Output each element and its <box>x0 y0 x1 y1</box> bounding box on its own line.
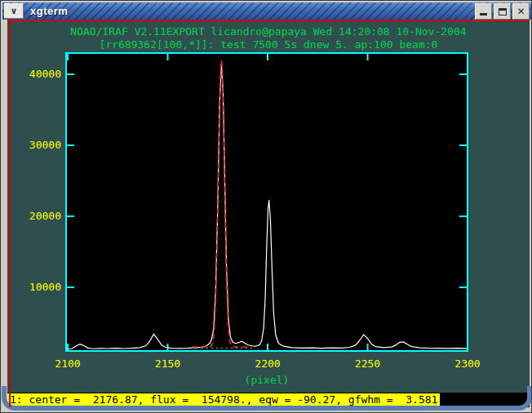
maximize-button[interactable] <box>494 3 511 20</box>
title-bar[interactable]: ∨ xgterm ✕ <box>2 2 531 20</box>
gaussian-fit-curve <box>192 61 252 347</box>
x-tick-label: 2250 <box>355 357 380 370</box>
iraf-header-line: NOAO/IRAF V2.11EXPORT licandro@papaya We… <box>7 25 530 38</box>
status-line-strip: 1: center = 2176.87, flux = 154798., eqw… <box>7 393 530 407</box>
close-button[interactable]: ✕ <box>512 3 530 20</box>
plot-area[interactable] <box>65 52 468 352</box>
spectrum-curve <box>68 64 467 349</box>
minimize-icon <box>480 13 487 16</box>
x-tick-label: 2200 <box>255 357 280 370</box>
fit-result-status-text: 1: center = 2176.87, flux = 154798., eqw… <box>7 393 440 406</box>
spectrum-plot <box>67 54 467 350</box>
spectrum-title-line: [rr689362[100,*]]: test 7500 5s dnew 5. … <box>7 38 530 51</box>
maximize-icon <box>499 8 507 16</box>
xgterm-window: ∨ xgterm ✕ NOAO/IRAF V2.11EXPORT licandr… <box>0 0 532 413</box>
x-tick-label: 2300 <box>454 357 480 370</box>
minimize-button[interactable] <box>475 3 492 20</box>
x-tick-label: 2100 <box>55 357 80 370</box>
close-icon: ✕ <box>516 7 525 16</box>
window-title: xgterm <box>30 5 68 17</box>
x-tick-label: 2150 <box>155 357 180 370</box>
y-tick-label: 10000 <box>16 281 61 293</box>
y-tick-label: 30000 <box>16 139 61 151</box>
graphics-cursor-horizontal-line <box>7 20 530 21</box>
window-menu-button[interactable]: ∨ <box>4 3 24 19</box>
chevron-down-icon: ∨ <box>11 6 18 16</box>
graphics-cursor-vertical-line <box>9 20 11 407</box>
y-tick-label: 40000 <box>16 68 61 80</box>
y-tick-label: 20000 <box>16 210 61 222</box>
x-axis-title: (pixel) <box>65 374 468 386</box>
titlebar-buttons: ✕ <box>475 3 530 20</box>
